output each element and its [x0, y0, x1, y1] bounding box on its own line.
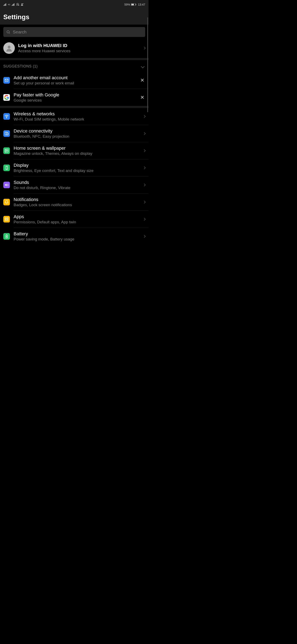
battery-percent: 59% [124, 3, 130, 6]
chevron-right-icon [143, 115, 146, 118]
setting-notifications[interactable]: Notifications Badges, Lock screen notifi… [0, 194, 148, 210]
signal-icon-2 [11, 3, 15, 6]
suggestions-header[interactable]: SUGGESTIONS (1) [0, 60, 148, 72]
setting-title: Display [13, 163, 139, 168]
suggestion-title: Add another email account [13, 75, 136, 80]
status-bar: 4G 59% 13:47 [0, 0, 148, 9]
svg-rect-17 [5, 220, 6, 221]
svg-rect-3 [136, 4, 136, 5]
network-4g-icon: 4G [8, 4, 10, 6]
svg-point-8 [6, 118, 7, 118]
scroll-indicator [147, 17, 148, 112]
status-left: 4G [3, 3, 24, 6]
wifi-icon [3, 113, 10, 120]
setting-subtitle: Brightness, Eye comfort, Text and displa… [13, 168, 139, 173]
huawei-id-login[interactable]: Log in with HUAWEI ID Access more Huawei… [0, 40, 148, 58]
setting-title: Device connectivity [13, 128, 139, 134]
chevron-right-icon [143, 201, 146, 204]
setting-device-connectivity[interactable]: Device connectivity Bluetooth, NFC, Easy… [0, 125, 148, 142]
setting-display[interactable]: Display Brightness, Eye comfort, Text an… [0, 159, 148, 176]
setting-title: Home screen & wallpaper [13, 146, 139, 151]
svg-point-13 [6, 150, 6, 150]
chevron-right-icon [143, 149, 146, 152]
svg-rect-2 [131, 4, 134, 5]
avatar-icon [3, 42, 15, 54]
apps-icon [3, 216, 10, 222]
svg-rect-15 [5, 218, 6, 219]
search-box[interactable] [3, 27, 145, 37]
setting-title: Notifications [13, 197, 139, 202]
setting-title: Wireless & networks [13, 111, 139, 116]
setting-title: Apps [13, 214, 139, 220]
setting-title: Sounds [13, 180, 139, 185]
sound-icon [3, 182, 10, 188]
devices-icon [3, 130, 10, 137]
svg-rect-16 [7, 218, 8, 219]
setting-subtitle: Power saving mode, Battery usage [13, 237, 139, 242]
setting-subtitle: Wi-Fi, Dual SIM settings, Mobile network [13, 117, 139, 122]
setting-apps[interactable]: Apps Permissions, Default apps, App twin [0, 211, 148, 228]
setting-wireless-networks[interactable]: Wireless & networks Wi-Fi, Dual SIM sett… [0, 108, 148, 125]
suggestion-subtitle: Google services [13, 98, 136, 102]
chevron-right-icon [143, 184, 146, 186]
setting-sounds[interactable]: Sounds Do not disturb, Ringtone, Vibrate [0, 176, 148, 194]
dismiss-button[interactable]: ✕ [139, 77, 145, 84]
clock-time: 13:47 [138, 3, 145, 6]
suggestions-label: SUGGESTIONS (1) [3, 64, 38, 68]
suggestion-title: Pay faster with Google [13, 92, 136, 98]
battery-icon [131, 3, 136, 6]
status-right: 59% 13:47 [124, 3, 145, 6]
image-icon [3, 148, 10, 154]
setting-subtitle: Badges, Lock screen notifications [13, 203, 139, 207]
setting-subtitle: Do not disturb, Ringtone, Vibrate [13, 186, 139, 190]
svg-point-0 [21, 4, 22, 4]
suggestion-add-email[interactable]: Add another email account Set up your pe… [0, 72, 148, 89]
setting-subtitle: Bluetooth, NFC, Easy projection [13, 134, 139, 139]
suggestion-google-pay[interactable]: Pay faster with Google Google services ✕ [0, 89, 148, 106]
search-icon [6, 30, 10, 34]
svg-point-4 [7, 30, 9, 33]
svg-rect-18 [7, 220, 8, 221]
alarm-off-icon [16, 3, 19, 6]
mail-icon [3, 77, 10, 84]
battery-icon [3, 233, 10, 240]
app-header: Settings [0, 9, 148, 24]
phone-icon [3, 164, 10, 171]
person-add-icon [21, 3, 24, 6]
setting-home-wallpaper[interactable]: Home screen & wallpaper Magazine unlock,… [0, 142, 148, 159]
suggestion-subtitle: Set up your personal or work email [13, 81, 136, 86]
section-gap [0, 106, 148, 108]
chevron-right-icon [143, 235, 146, 238]
section-gap [0, 58, 148, 60]
svg-point-5 [8, 46, 10, 48]
signal-icon [3, 3, 6, 6]
chevron-right-icon [143, 166, 146, 169]
dismiss-button[interactable]: ✕ [139, 94, 145, 101]
login-subtitle: Access more Huawei services [18, 49, 140, 53]
setting-subtitle: Magazine unlock, Themes, Always on displ… [13, 151, 139, 156]
bell-icon [3, 199, 10, 206]
google-icon [3, 94, 10, 101]
svg-rect-10 [6, 133, 8, 135]
page-title: Settings [3, 13, 145, 21]
search-input[interactable] [13, 30, 142, 34]
setting-battery[interactable]: Battery Power saving mode, Battery usage [0, 228, 148, 245]
chevron-down-icon [141, 64, 145, 68]
chevron-right-icon [143, 218, 146, 221]
login-title: Log in with HUAWEI ID [18, 43, 140, 48]
setting-subtitle: Permissions, Default apps, App twin [13, 220, 139, 224]
setting-title: Battery [13, 231, 139, 236]
chevron-right-icon [143, 132, 146, 135]
chevron-right-icon [143, 47, 146, 50]
